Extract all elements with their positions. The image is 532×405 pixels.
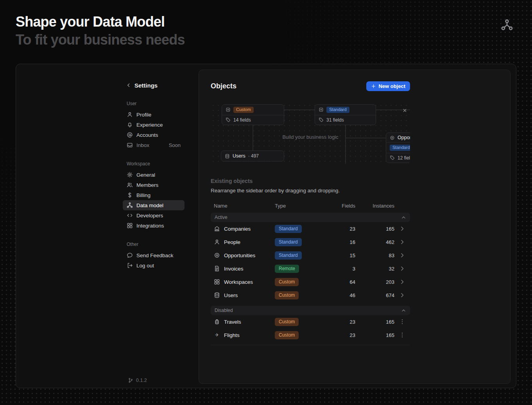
node-title: Opportunities — [398, 135, 410, 140]
sidebar-item-label: General — [136, 172, 155, 178]
bell-icon — [127, 122, 133, 128]
objects-header: Objects New object — [211, 81, 410, 91]
sidebar-item-inbox: Inbox Soon — [123, 140, 184, 150]
users-icon — [127, 182, 133, 188]
dollar-icon — [127, 192, 133, 198]
soon-badge: Soon — [169, 142, 181, 148]
column-fields: Fields — [324, 203, 355, 209]
fields-value: 15 — [324, 253, 355, 258]
object-row-invoices[interactable]: Invoices Remote 3 32 — [211, 262, 410, 275]
code-icon — [127, 212, 133, 219]
new-object-button[interactable]: New object — [366, 81, 410, 91]
chevron-right-icon[interactable] — [399, 239, 405, 245]
sidebar-item-label: Integrations — [136, 223, 164, 229]
chevron-up-icon — [401, 215, 406, 220]
settings-back-button[interactable]: Settings — [123, 81, 184, 89]
type-badge: Custom — [275, 318, 299, 326]
plus-icon — [371, 84, 376, 89]
chevron-right-icon[interactable] — [399, 226, 405, 232]
more-menu-icon[interactable] — [399, 319, 405, 325]
object-row-workspaces[interactable]: Workspaces Custom 64 203 — [211, 275, 410, 289]
sidebar-item-developers[interactable]: Developers — [123, 210, 184, 220]
data-model-canvas[interactable]: Custom 14 fields Standard 31 fields — [211, 103, 410, 164]
apps-grid-icon — [127, 222, 133, 229]
sidebar-item-label: Billing — [136, 192, 150, 198]
inbox-icon — [127, 142, 133, 148]
sidebar-item-label: Experience — [136, 122, 163, 128]
plane-icon: ✈ — [214, 332, 220, 338]
object-box-icon — [226, 107, 231, 112]
object-row-travels[interactable]: Travels Custom 23 165 — [211, 315, 410, 328]
close-icon[interactable] — [402, 108, 407, 113]
type-badge: Custom — [275, 291, 299, 299]
hero-title: Shape your Data Model — [16, 13, 185, 31]
chevron-right-icon[interactable] — [399, 252, 405, 258]
chevron-right-icon[interactable] — [399, 279, 405, 285]
existing-objects-heading: Existing objects — [211, 178, 410, 184]
target-icon — [214, 252, 220, 258]
table-end-divider — [211, 345, 410, 345]
fields-value: 16 — [324, 239, 355, 245]
canvas-node-custom[interactable]: Custom 14 fields — [222, 104, 284, 125]
sidebar-item-send-feedback[interactable]: Send Feedback — [123, 250, 184, 260]
chevron-right-icon[interactable] — [399, 292, 405, 298]
object-box-icon — [319, 107, 324, 112]
sidebar-item-integrations[interactable]: Integrations — [123, 220, 184, 231]
column-name: Name — [214, 203, 275, 209]
more-menu-icon[interactable] — [399, 332, 405, 338]
group-header-disabled[interactable]: Disabled — [211, 306, 410, 315]
sidebar-item-label: Log out — [136, 263, 154, 269]
object-row-people[interactable]: People Standard 16 462 — [211, 235, 410, 249]
chevron-right-icon[interactable] — [399, 265, 405, 272]
fields-value: 64 — [324, 279, 355, 285]
canvas-node-standard[interactable]: Standard 31 fields — [315, 104, 376, 125]
sidebar-item-profile[interactable]: Profile — [123, 109, 184, 120]
fields-value: 46 — [324, 292, 355, 298]
sidebar-item-general[interactable]: General — [123, 170, 184, 180]
sidebar-item-label: Developers — [136, 213, 163, 219]
chat-bubble-icon — [127, 252, 133, 258]
sidebar-item-accounts[interactable]: Accounts — [123, 130, 184, 140]
objects-panel: Objects New object Custom — [199, 70, 511, 384]
type-badge: Custom — [275, 331, 299, 339]
chevron-left-icon — [126, 82, 131, 88]
sidebar-item-label: Members — [136, 182, 158, 188]
type-badge: Standard — [275, 225, 302, 233]
canvas-node-users[interactable]: Users · 497 — [221, 151, 284, 161]
column-type: Type — [275, 203, 324, 209]
instances-value: 674 — [355, 292, 394, 298]
sidebar-section-workspace: Workspace — [123, 161, 184, 167]
target-icon — [390, 135, 395, 140]
instances-value: 165 — [355, 226, 394, 232]
apps-grid-icon — [214, 279, 220, 285]
at-sign-icon — [127, 132, 133, 138]
group-header-active[interactable]: Active — [211, 213, 410, 222]
object-row-flights[interactable]: ✈ Flights Custom 23 165 — [211, 328, 410, 342]
node-count: · 497 — [248, 153, 259, 159]
instances-value: 165 — [355, 319, 394, 325]
tag-icon — [226, 117, 231, 122]
svg-text:✈: ✈ — [215, 332, 219, 338]
data-model-icon — [127, 202, 133, 208]
sidebar-item-data-model[interactable]: Data model — [123, 200, 184, 210]
user-icon — [214, 239, 220, 245]
building-icon — [214, 226, 220, 232]
fields-value: 3 — [324, 266, 355, 272]
object-row-companies[interactable]: Companies Standard 23 165 — [211, 222, 410, 235]
sidebar-item-log-out[interactable]: Log out — [123, 260, 184, 271]
sidebar-item-members[interactable]: Members — [123, 180, 184, 190]
object-row-users[interactable]: Users Custom 46 674 — [211, 289, 410, 302]
canvas-node-opportunities[interactable]: Opportunities Standard 12 fields — [386, 133, 410, 163]
group-label: Active — [215, 215, 227, 220]
object-row-opportunities[interactable]: Opportunities Standard 15 83 — [211, 249, 410, 262]
node-title: Users — [233, 153, 245, 159]
sidebar-item-billing[interactable]: Billing — [123, 190, 184, 200]
gear-icon — [127, 172, 133, 178]
objects-title: Objects — [211, 82, 236, 90]
new-object-label: New object — [378, 83, 405, 89]
sidebar-item-experience[interactable]: Experience — [123, 120, 184, 130]
user-icon — [127, 111, 133, 118]
type-badge: Standard — [326, 107, 349, 113]
document-icon — [214, 265, 220, 272]
database-icon — [225, 154, 230, 159]
